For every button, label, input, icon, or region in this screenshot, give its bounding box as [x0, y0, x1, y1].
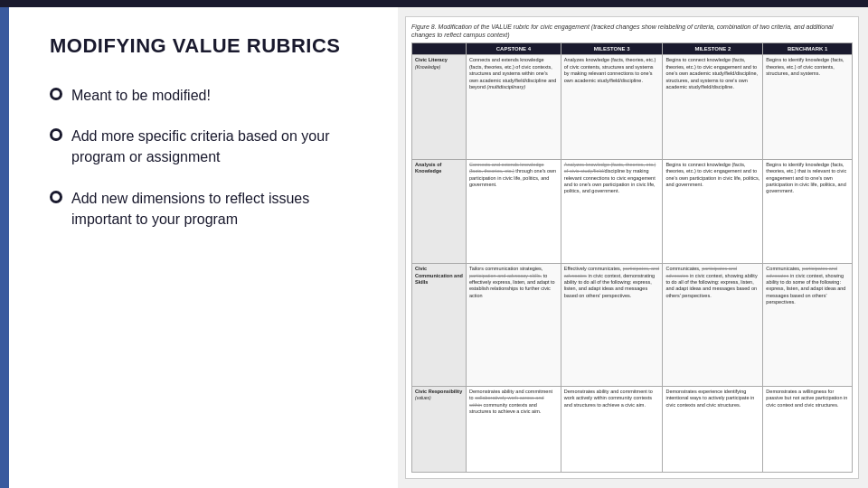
cell-communication-mil3: Effectively communicates, participates, …	[561, 264, 663, 387]
table-row-civic-literacy: Civic Literacy(Knowledge) Connects and e…	[412, 55, 853, 159]
cell-civic-literacy-cap: Connects and extends knowledge (facts, t…	[467, 55, 561, 159]
cell-communication-bench1: Communicates, participates and advocates…	[763, 264, 853, 387]
criteria-communication: Civic Communication and Skills	[412, 264, 467, 387]
rubric-table: CAPSTONE 4 MILESTONE 3 MILESTONE 2 BENCH…	[411, 42, 853, 473]
left-panel: MODIFYING VALUE RUBRICS Meant to be modi…	[9, 7, 398, 488]
col-header-benchmark1: BENCHMARK 1	[763, 43, 853, 55]
cell-communication-mil2: Communicates, participates and advocates…	[663, 264, 763, 387]
bullet-circle-2	[50, 128, 62, 141]
criteria-analysis: Analysis of Knowledge	[412, 159, 467, 263]
cell-analysis-bench1: Begins to identify knowledge (facts, the…	[763, 159, 853, 263]
cell-responsibility-mil3: Demonstrates ability and commitment to w…	[561, 386, 663, 472]
col-header-milestone2: MILESTONE 2	[663, 43, 763, 55]
top-bar	[0, 0, 868, 7]
bullet-text-3: Add new dimensions to reflect issues imp…	[71, 188, 366, 230]
bullet-circle-3	[50, 191, 62, 203]
cell-responsibility-cap: Demonstrates ability and commitment to c…	[467, 386, 561, 472]
bullet-item-1: Meant to be modified!	[50, 85, 366, 106]
cell-analysis-cap: Connects and extends knowledge (facts, t…	[467, 159, 561, 263]
blue-side-bar	[0, 7, 9, 488]
bullet-circle-1	[50, 88, 62, 100]
cell-responsibility-bench1: Demonstrates a willingness for passive b…	[763, 386, 853, 472]
col-header-criteria	[412, 43, 467, 55]
col-header-milestone3: MILESTONE 3	[561, 43, 663, 55]
col-header-capstone: CAPSTONE 4	[467, 43, 561, 55]
cell-civic-literacy-bench1: Begins to identify knowledge (facts, the…	[763, 55, 853, 159]
table-row-communication: Civic Communication and Skills Tailors c…	[412, 264, 853, 387]
criteria-responsibility: Civic Responsibility (values)	[412, 386, 467, 472]
right-panel: Figure 8. Modification of the VALUE rubr…	[398, 7, 868, 488]
bullet-text-1: Meant to be modified!	[71, 85, 211, 106]
cell-analysis-mil3: Analyzes knowledge (facts, theories, etc…	[561, 159, 663, 263]
table-row-responsibility: Civic Responsibility (values) Demonstrat…	[412, 386, 853, 472]
figure-caption: Figure 8. Modification of the VALUE rubr…	[411, 23, 853, 39]
cell-communication-cap: Tailors communication strategies, partic…	[467, 264, 561, 387]
bullet-item-3: Add new dimensions to reflect issues imp…	[50, 188, 366, 230]
content-area: MODIFYING VALUE RUBRICS Meant to be modi…	[0, 7, 868, 488]
bullet-text-2: Add more specific criteria based on your…	[71, 126, 366, 167]
criteria-civic-literacy: Civic Literacy(Knowledge)	[412, 55, 467, 159]
bullet-item-2: Add more specific criteria based on your…	[50, 126, 366, 167]
figure-container: Figure 8. Modification of the VALUE rubr…	[405, 16, 859, 479]
slide-title: MODIFYING VALUE RUBRICS	[50, 34, 366, 58]
bullet-list: Meant to be modified! Add more specific …	[50, 85, 366, 230]
table-row-analysis: Analysis of Knowledge Connects and exten…	[412, 159, 853, 263]
cell-civic-literacy-mil2: Begins to connect knowledge (facts, theo…	[663, 55, 763, 159]
cell-responsibility-mil2: Demonstrates experience identifying inte…	[663, 386, 763, 472]
cell-civic-literacy-mil3: Analyzes knowledge (facts, theories, etc…	[561, 55, 663, 159]
table-header-row: CAPSTONE 4 MILESTONE 3 MILESTONE 2 BENCH…	[412, 43, 853, 55]
cell-analysis-mil2: Begins to connect knowledge (facts, theo…	[663, 159, 763, 263]
